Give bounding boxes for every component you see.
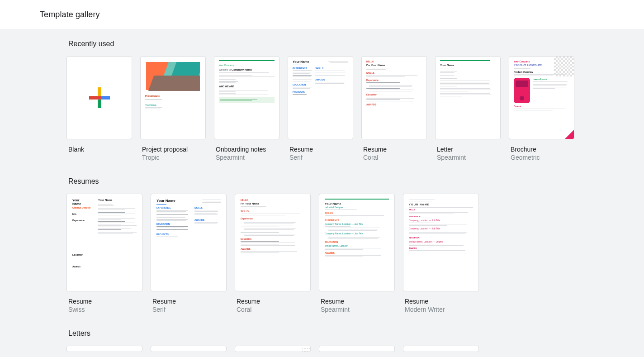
template-title: Resume [237, 298, 311, 305]
template-thumb: YourName Creative Director Info Experien… [66, 194, 142, 291]
template-thumb [319, 346, 395, 352]
template-card-letter[interactable] [319, 346, 395, 352]
page-header: Template gallery [0, 0, 644, 29]
template-thumb: Project Name Your Name [140, 56, 206, 139]
template-card-letter[interactable] [235, 346, 311, 352]
section-resumes: Resumes YourName Creative Director Info … [66, 177, 578, 313]
template-thumb: HELLO I'm Your Name SKILLS Experience [361, 56, 427, 139]
template-thumb: Your Name EXPERIENCE EDUCATION [288, 56, 353, 139]
template-thumb: Your Name [435, 56, 501, 139]
template-card-resume-modern-writer[interactable]: YOUR NAME SKILLS EXPERIENCE Company, Loc… [403, 194, 479, 313]
svg-rect-0 [98, 87, 101, 96]
row-resumes: YourName Creative Director Info Experien… [66, 194, 578, 313]
template-title: Resume [68, 298, 142, 305]
template-card-resume-serif-2[interactable]: Your Name EXPERIENCE EDUCATION [151, 194, 227, 313]
template-subtitle: Coral [363, 154, 427, 161]
template-thumb [151, 346, 227, 352]
template-card-letter-spearmint[interactable]: Your Name [435, 56, 501, 161]
row-recent: Blank Project Name Your Name Project pro… [66, 56, 578, 161]
template-subtitle: Tropic [142, 154, 206, 161]
template-card-resume-coral-2[interactable]: HELLO I'm Your Name SKILLS Experience [235, 194, 311, 313]
svg-rect-3 [101, 96, 109, 100]
template-subtitle: Coral [237, 306, 311, 313]
plus-icon [67, 57, 132, 139]
template-subtitle: Serif [152, 306, 227, 313]
template-title: Resume [363, 146, 427, 153]
template-card-resume-serif[interactable]: Your Name EXPERIENCE EDUCATION [288, 56, 353, 161]
template-card-letter[interactable] [151, 346, 227, 352]
template-subtitle: Modern Writer [405, 306, 479, 313]
template-thumb [66, 346, 142, 352]
svg-rect-1 [98, 100, 101, 108]
row-letters [66, 346, 578, 352]
template-subtitle: Geometric [511, 154, 574, 161]
template-card-letter[interactable] [66, 346, 142, 352]
template-subtitle: Spearmint [437, 154, 501, 161]
template-title: Resume [405, 298, 479, 305]
svg-rect-2 [89, 96, 98, 100]
section-recently-used: Recently used Blank Project Name [66, 40, 578, 161]
section-title-recent: Recently used [68, 40, 578, 48]
template-thumb: Your Company Product Brochure Product Ov… [509, 56, 574, 139]
template-title: Blank [68, 146, 132, 153]
template-subtitle: Swiss [68, 306, 142, 313]
template-thumb: HELLO I'm Your Name SKILLS Experience [235, 194, 311, 291]
template-title: Onboarding notes [216, 146, 279, 153]
template-title: Brochure [511, 146, 574, 153]
template-card-project-proposal[interactable]: Project Name Your Name Project proposal … [140, 56, 206, 161]
section-title-resumes: Resumes [68, 177, 578, 186]
page-title: Template gallery [40, 10, 100, 19]
template-card-blank[interactable]: Blank [66, 56, 132, 161]
template-thumb [66, 56, 132, 139]
template-gallery: Recently used Blank Project Name [0, 29, 644, 357]
template-thumb: Your Company Welcome to Company Name WHO… [214, 56, 279, 139]
template-card-resume-spearmint[interactable]: Your Name Industrial Designer SKILLS EXP… [319, 194, 395, 313]
template-card-onboarding-notes[interactable]: Your Company Welcome to Company Name WHO… [214, 56, 279, 161]
template-title: Resume [321, 298, 395, 305]
template-subtitle: Spearmint [216, 154, 279, 161]
template-thumb [235, 346, 311, 352]
template-title: Letter [437, 146, 501, 153]
template-title: Project proposal [142, 146, 206, 153]
template-card-letter[interactable] [403, 346, 479, 352]
svg-rect-4 [98, 96, 101, 100]
section-letters: Letters [66, 329, 578, 352]
template-subtitle: Serif [289, 154, 353, 161]
section-title-letters: Letters [68, 329, 578, 338]
template-thumb [403, 346, 479, 352]
template-subtitle: Spearmint [321, 306, 395, 313]
template-thumb: YOUR NAME SKILLS EXPERIENCE Company, Loc… [403, 194, 479, 291]
template-title: Resume [289, 146, 353, 153]
template-card-resume-coral[interactable]: HELLO I'm Your Name SKILLS Experience [361, 56, 427, 161]
template-thumb: Your Name EXPERIENCE EDUCATION [151, 194, 227, 291]
template-card-resume-swiss[interactable]: YourName Creative Director Info Experien… [66, 194, 142, 313]
template-card-brochure-geometric[interactable]: Your Company Product Brochure Product Ov… [509, 56, 574, 161]
template-title: Resume [152, 298, 227, 305]
template-thumb: Your Name Industrial Designer SKILLS EXP… [319, 194, 395, 291]
